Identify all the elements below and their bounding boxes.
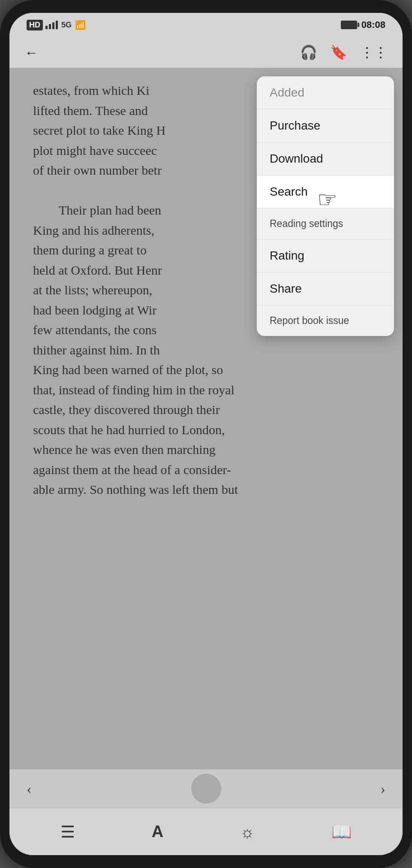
phone-screen: HD 5G 📶 08:08 [9, 13, 403, 855]
status-bar: HD 5G 📶 08:08 [9, 13, 403, 37]
prev-page-button[interactable]: ‹ [27, 780, 32, 798]
bottom-toolbar: ☰ A ☼ 📖 [9, 808, 403, 855]
signal-bar-2 [49, 24, 51, 29]
more-options-icon[interactable]: ⋮⋮ [360, 44, 388, 60]
signal-bar-3 [52, 22, 54, 29]
back-button[interactable]: ← [24, 45, 38, 60]
menu-item-purchase[interactable]: Purchase [257, 109, 394, 142]
menu-item-added[interactable]: Added [257, 76, 394, 109]
bookmark-icon[interactable]: 🔖 [330, 44, 347, 60]
progress-circle [191, 774, 221, 804]
status-right: 08:08 [341, 19, 385, 30]
next-page-button[interactable]: › [380, 780, 385, 798]
network-label: 5G [61, 21, 72, 30]
menu-item-report[interactable]: Report book issue [257, 305, 394, 336]
page-controls: ‹ › [9, 769, 403, 808]
status-left: HD 5G 📶 [27, 20, 86, 30]
menu-item-rating[interactable]: Rating [257, 239, 394, 272]
nav-right-icons: 🎧 🔖 ⋮⋮ [300, 44, 388, 60]
book-toolbar-icon[interactable]: 📖 [331, 823, 352, 841]
battery-fill [342, 21, 356, 28]
signal-bar-1 [45, 26, 48, 29]
battery-icon [341, 21, 357, 29]
wifi-icon: 📶 [75, 20, 86, 30]
menu-item-download[interactable]: Download [257, 142, 394, 175]
menu-item-reading-settings[interactable]: Reading settings [257, 209, 394, 239]
signal-bars-icon [45, 21, 58, 29]
font-toolbar-icon[interactable]: A [152, 823, 163, 841]
phone-frame: HD 5G 📶 08:08 [0, 0, 412, 868]
reading-content-area: estates, from which Ki lifted them. Thes… [9, 68, 403, 769]
menu-item-search[interactable]: Search ☞ [257, 175, 394, 209]
hd-badge: HD [27, 20, 43, 30]
menu-toolbar-icon[interactable]: ☰ [60, 823, 75, 841]
menu-item-share[interactable]: Share [257, 272, 394, 305]
dropdown-menu: Added Purchase Download Search ☞ Reading… [257, 76, 394, 336]
brightness-toolbar-icon[interactable]: ☼ [240, 823, 255, 841]
status-icons: 5G 📶 [45, 20, 86, 30]
headphone-icon[interactable]: 🎧 [300, 44, 317, 60]
signal-bar-4 [56, 21, 58, 29]
top-nav: ← 🎧 🔖 ⋮⋮ [9, 37, 403, 68]
time-display: 08:08 [361, 19, 385, 30]
